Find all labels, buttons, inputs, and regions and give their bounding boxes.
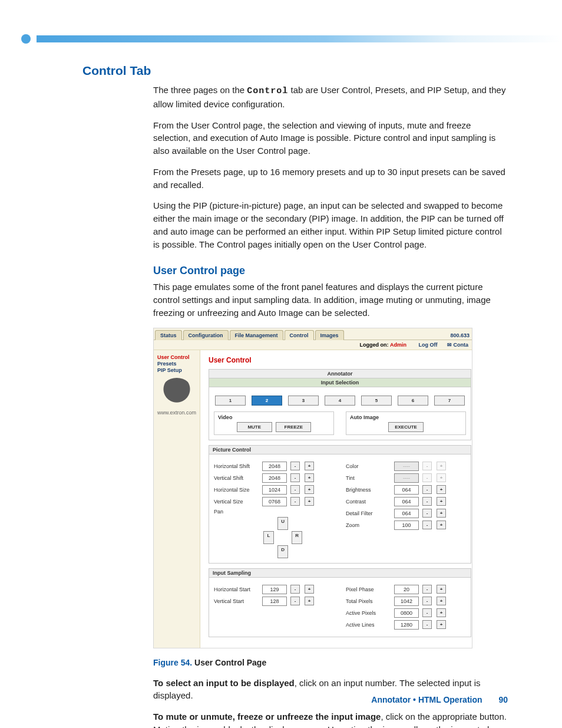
detail-filter-minus[interactable]: -: [422, 509, 432, 518]
vsize-plus[interactable]: +: [305, 497, 314, 506]
figure-main: User Control Annotator Input Selection 1…: [200, 350, 480, 648]
phone-number: 800.633: [448, 331, 472, 340]
detail-filter-value[interactable]: 064: [394, 509, 419, 518]
vshift-value[interactable]: 2048: [262, 473, 287, 483]
active-lines-label: Active Lines: [346, 622, 392, 628]
brightness-minus[interactable]: -: [422, 485, 432, 494]
input-7-button[interactable]: 7: [434, 396, 465, 406]
contrast-minus[interactable]: -: [422, 497, 432, 506]
freeze-button[interactable]: FREEZE: [276, 422, 311, 432]
vsize-minus[interactable]: -: [290, 497, 300, 506]
side-presets[interactable]: Presets: [157, 361, 196, 367]
zoom-minus[interactable]: -: [422, 521, 432, 529]
active-pixels-plus[interactable]: +: [437, 608, 446, 617]
paragraph-2: From the User Control page, the selectio…: [153, 119, 507, 157]
hstart-minus[interactable]: -: [290, 585, 300, 594]
hsize-value[interactable]: 1024: [262, 485, 287, 495]
contact-link[interactable]: ✉ Conta: [447, 342, 468, 348]
hsize-plus[interactable]: +: [305, 485, 314, 494]
side-user-control[interactable]: User Control: [157, 354, 196, 360]
paragraph-4: Using the PIP (picture-in-picture) page,…: [153, 199, 507, 251]
brightness-value[interactable]: 064: [394, 485, 419, 495]
pixel-phase-label: Pixel Phase: [346, 587, 392, 592]
pan-down-button[interactable]: D: [277, 545, 288, 558]
input-4-button[interactable]: 4: [325, 396, 355, 406]
side-url[interactable]: www.extron.com: [157, 410, 196, 416]
panel-annotator-title: Annotator: [209, 370, 471, 378]
figure-caption-label: Figure 54.: [153, 658, 192, 667]
heading-user-control-page: User Control page: [153, 265, 507, 277]
input-sampling-left: Horizontal Start129-+ Vertical Start128-…: [214, 582, 334, 632]
hstart-value[interactable]: 129: [262, 585, 287, 594]
after-p2-bold: To mute or unmute, freeze or unfreeze th…: [153, 711, 381, 722]
vstart-value[interactable]: 128: [262, 597, 287, 606]
active-lines-plus[interactable]: +: [437, 620, 446, 629]
vsize-value[interactable]: 0768: [262, 497, 287, 506]
tab-file-management[interactable]: File Management: [230, 330, 283, 340]
page-accent-bar: [37, 35, 562, 42]
page-content: Control Tab The three pages on the Contr…: [82, 64, 507, 728]
detail-filter-plus[interactable]: +: [437, 509, 446, 518]
hshift-plus[interactable]: +: [305, 462, 314, 470]
vstart-minus[interactable]: -: [290, 597, 300, 605]
zoom-value[interactable]: 100: [394, 521, 419, 530]
total-pixels-value[interactable]: 1042: [394, 597, 419, 606]
zoom-plus[interactable]: +: [437, 521, 446, 529]
heading-control-tab: Control Tab: [82, 64, 507, 78]
panel-input-sampling: Input Sampling Horizontal Start129-+ Ver…: [209, 568, 471, 637]
after-p1-bold: To select an input to be displayed: [153, 678, 295, 688]
hsize-minus[interactable]: -: [290, 485, 300, 494]
brightness-plus[interactable]: +: [437, 485, 446, 494]
footer-text: Annotator • HTML Operation: [371, 695, 482, 704]
tint-plus: +: [437, 473, 446, 482]
contrast-plus[interactable]: +: [437, 497, 446, 506]
tab-control[interactable]: Control: [285, 330, 314, 340]
contrast-value[interactable]: 064: [394, 497, 419, 506]
active-pixels-value[interactable]: 0800: [394, 608, 419, 618]
figure-caption: Figure 54. User Control Page: [153, 658, 507, 667]
mail-icon: ✉: [447, 342, 452, 348]
p1-a: The three pages on the: [153, 85, 247, 95]
vshift-minus[interactable]: -: [290, 473, 300, 482]
extron-logo-icon: [161, 378, 193, 406]
page-footer: Annotator • HTML Operation 90: [371, 695, 508, 704]
total-pixels-plus[interactable]: +: [437, 597, 446, 605]
pan-left-button[interactable]: L: [263, 531, 274, 544]
picture-control-right: Color-----+ Tint-----+ Brightness064-+ C…: [346, 459, 466, 558]
input-3-button[interactable]: 3: [288, 396, 319, 406]
pixel-phase-minus[interactable]: -: [422, 585, 432, 594]
pan-up-button[interactable]: U: [277, 517, 288, 530]
video-label: Video: [218, 414, 330, 420]
tab-images[interactable]: Images: [315, 330, 344, 340]
contrast-label: Contrast: [346, 499, 392, 505]
active-pixels-minus[interactable]: -: [422, 608, 432, 617]
input-2-button[interactable]: 2: [252, 396, 282, 406]
figure-caption-text: User Control Page: [192, 658, 266, 667]
total-pixels-minus[interactable]: -: [422, 597, 432, 605]
tab-status[interactable]: Status: [155, 330, 182, 340]
contact-text: Conta: [454, 342, 469, 348]
zoom-label: Zoom: [346, 522, 392, 528]
vshift-plus[interactable]: +: [305, 473, 314, 482]
pixel-phase-plus[interactable]: +: [437, 585, 446, 594]
vstart-plus[interactable]: +: [305, 597, 314, 605]
active-lines-minus[interactable]: -: [422, 620, 432, 629]
active-lines-value[interactable]: 1280: [394, 620, 419, 630]
hshift-minus[interactable]: -: [290, 462, 300, 470]
pixel-phase-value[interactable]: 20: [394, 585, 419, 594]
pan-right-button[interactable]: R: [292, 531, 302, 544]
input-5-button[interactable]: 5: [361, 396, 392, 406]
execute-button[interactable]: EXECUTE: [388, 422, 424, 432]
logoff-link[interactable]: Log Off: [418, 342, 437, 348]
pan-grid: U LR D: [262, 517, 334, 558]
tab-configuration[interactable]: Configuration: [183, 330, 229, 340]
logged-on-label: Logged on:: [359, 342, 388, 348]
hstart-plus[interactable]: +: [305, 585, 314, 594]
detail-filter-label: Detail Filter: [346, 510, 392, 516]
mute-button[interactable]: MUTE: [237, 422, 272, 432]
side-pip-setup[interactable]: PIP Setup: [157, 367, 196, 373]
figure-user-control: Status Configuration File Management Con…: [153, 328, 472, 648]
input-6-button[interactable]: 6: [398, 396, 428, 406]
hshift-value[interactable]: 2048: [262, 462, 287, 471]
input-1-button[interactable]: 1: [215, 396, 246, 406]
